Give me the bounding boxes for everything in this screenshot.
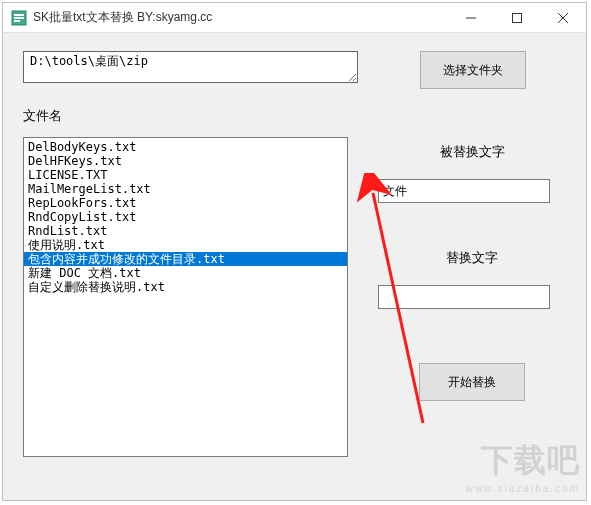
replace-text-label: 替换文字 [446,249,498,267]
list-item[interactable]: 自定义删除替换说明.txt [24,280,347,294]
app-icon [11,10,27,26]
file-list[interactable]: DelBodyKeys.txtDelHFKeys.txtLICENSE.TXTM… [23,137,348,457]
minimize-button[interactable] [448,3,494,32]
close-icon [558,13,568,23]
window-controls [448,3,586,32]
list-item[interactable]: 使用说明.txt [24,238,347,252]
right-panel: 被替换文字 替换文字 开始替换 [378,137,566,457]
titlebar[interactable]: SK批量txt文本替换 BY:skyamg.cc [3,3,586,33]
watermark-url: www.xiazaiba.com [466,483,580,494]
list-item[interactable]: RndCopyList.txt [24,210,347,224]
svg-rect-3 [14,20,20,22]
client-area: 选择文件夹 文件名 DelBodyKeys.txtDelHFKeys.txtLI… [3,33,586,500]
close-button[interactable] [540,3,586,32]
start-replace-button[interactable]: 开始替换 [419,363,525,401]
replaced-text-input[interactable] [378,179,550,203]
list-item[interactable]: LICENSE.TXT [24,168,347,182]
window-title: SK批量txt文本替换 BY:skyamg.cc [33,9,448,26]
replace-text-input[interactable] [378,285,550,309]
select-folder-button[interactable]: 选择文件夹 [420,51,526,89]
list-item[interactable]: DelHFKeys.txt [24,154,347,168]
list-item[interactable]: 新建 DOC 文档.txt [24,266,347,280]
maximize-button[interactable] [494,3,540,32]
list-item[interactable]: MailMergeList.txt [24,182,347,196]
app-window: SK批量txt文本替换 BY:skyamg.cc 选择文件夹 文件名 DelBo… [2,2,587,501]
list-item[interactable]: 包含内容并成功修改的文件目录.txt [24,252,347,266]
minimize-icon [466,13,476,23]
maximize-icon [512,13,522,23]
list-item[interactable]: DelBodyKeys.txt [24,140,347,154]
svg-rect-2 [14,17,24,19]
list-item[interactable]: RndList.txt [24,224,347,238]
svg-rect-1 [14,14,24,16]
file-name-label: 文件名 [23,107,566,125]
replaced-text-label: 被替换文字 [440,143,505,161]
folder-path-input[interactable] [23,51,358,83]
svg-rect-5 [513,13,522,22]
list-item[interactable]: RepLookFors.txt [24,196,347,210]
